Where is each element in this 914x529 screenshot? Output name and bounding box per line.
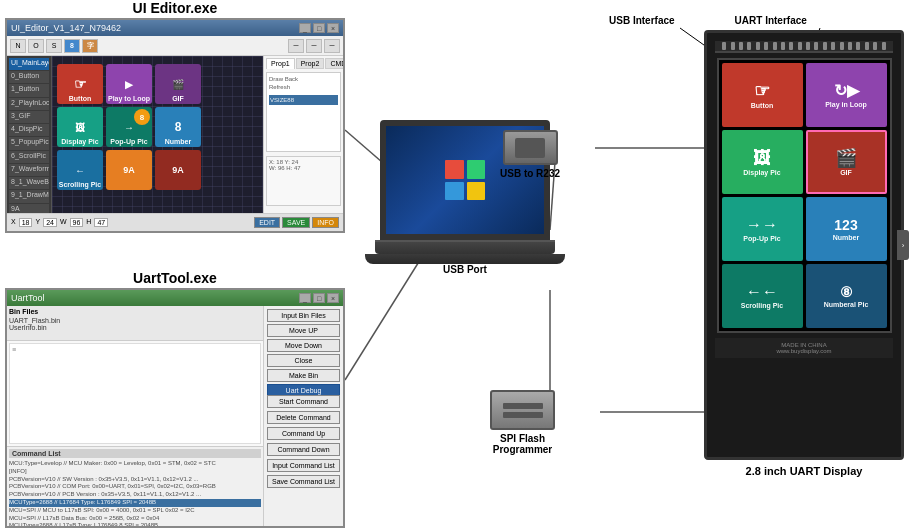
layer-3-gif[interactable]: 3_GIF — [9, 111, 49, 123]
minimize-btn[interactable]: _ — [299, 23, 311, 33]
spi-flash-device — [490, 390, 555, 430]
pin-11 — [806, 42, 810, 50]
save-btn[interactable]: SAVE — [282, 217, 310, 228]
btn-save-cmd-list[interactable]: Save Command List — [267, 475, 340, 488]
scrollpic-icon: ←← — [746, 284, 778, 300]
editor-bottom-bar: X 18 Y 24 W 96 H 47 EDIT SAVE INFO — [7, 213, 343, 231]
pin-6 — [764, 42, 768, 50]
btn-make-bin[interactable]: Make Bin — [267, 369, 340, 382]
layer-0-button[interactable]: 0_Button — [9, 71, 49, 83]
layer-4-disp[interactable]: 4_DispPic — [9, 124, 49, 136]
pin-10 — [798, 42, 802, 50]
toolbar-r1[interactable]: ─ — [288, 39, 304, 53]
close-btn[interactable]: × — [327, 23, 339, 33]
pin-18 — [865, 42, 869, 50]
cmd-line-7: MCUType=2688 // L17sB Type: L176849.8 SP… — [9, 522, 261, 526]
editor-toolbar: N O S 8 字 ─ ─ ─ — [7, 36, 343, 56]
win-quad-green — [467, 160, 486, 179]
pin-14 — [831, 42, 835, 50]
toolbar-r3[interactable]: ─ — [324, 39, 340, 53]
toolbar-r2[interactable]: ─ — [306, 39, 322, 53]
canvas-tile-number[interactable]: 8 Number — [155, 107, 201, 147]
toolbar-new[interactable]: N — [10, 39, 26, 53]
btn-cmd-down[interactable]: Command Down — [267, 443, 340, 456]
canvas-tile-9a1[interactable]: 9A — [106, 150, 152, 190]
display-screen: ☞ Button ↻▶ Play in Loop 🖼 Display Pic 🎬… — [717, 58, 892, 333]
coord-x-val[interactable]: 18 — [19, 218, 33, 227]
uart-file-1[interactable]: UART_Flash.bin — [9, 317, 261, 324]
layer-8-waveb[interactable]: 8_1_WaveB — [9, 177, 49, 189]
btn-cmd-up[interactable]: Command Up — [267, 427, 340, 440]
cmd-line-6: MCU=SPI // L17sB Data Bus: 0x00 = 256B, … — [9, 515, 261, 523]
uart-tool-title: UartTool.exe — [5, 270, 345, 286]
display-connector-top — [715, 41, 893, 53]
disp-tile-button[interactable]: ☞ Button — [722, 63, 803, 127]
canvas-tile-button[interactable]: ☞ Button — [57, 64, 103, 104]
canvas-tile-gif[interactable]: 🎬 GIF — [155, 64, 201, 104]
uart-maximize-btn[interactable]: □ — [313, 293, 325, 303]
toolbar-char[interactable]: 字 — [82, 39, 98, 53]
cmd-line-4-highlight[interactable]: MCUType=2688 // L17684 Type: L176849 SPI… — [9, 499, 261, 507]
bottom-coords: X 18 Y 24 W 96 H 47 — [11, 218, 108, 227]
win-quad-red — [445, 160, 464, 179]
layer-2-play[interactable]: 2_PlayInLoop — [9, 98, 49, 110]
playloop-icon: ↻▶ — [834, 83, 859, 99]
tab-properties1[interactable]: Prop1 — [266, 58, 295, 69]
btn-move-down[interactable]: Move Down — [267, 339, 340, 352]
disp-tile-gif[interactable]: 🎬 GIF — [806, 130, 887, 194]
disp-tile-disppic[interactable]: 🖼 Display Pic — [722, 130, 803, 194]
pin-7 — [773, 42, 777, 50]
layer-5-popup[interactable]: 5_PopupPic — [9, 137, 49, 149]
layer-9-draw[interactable]: 9_1_DrawMask — [9, 190, 49, 202]
canvas-tile-playloop[interactable]: ▶ Play to Loop — [106, 64, 152, 104]
spi-flash-label2: Programmer — [490, 444, 555, 455]
btn-close[interactable]: Close — [267, 354, 340, 367]
layer-mainlayer[interactable]: UI_MainLayer — [9, 58, 49, 70]
btn-delete-cmd[interactable]: Delete Command — [267, 411, 340, 424]
uart-window: UartTool _ □ × Bin Files UART_Flash.bin … — [5, 288, 345, 528]
disp-tile-numeralpic[interactable]: ⑧ Numberal Pic — [806, 264, 887, 328]
toolbar-save[interactable]: S — [46, 39, 62, 53]
tab-command[interactable]: CMD — [325, 58, 343, 69]
toolbar-open[interactable]: O — [28, 39, 44, 53]
ui-editor-titlebar: UI_Editor_V1_147_N79462 _ □ × — [7, 20, 343, 36]
btn-input-cmd-list[interactable]: Input Command List — [267, 459, 340, 472]
uart-file-2[interactable]: UserInfo.bin — [9, 324, 261, 331]
layer-6-scroll[interactable]: 6_ScrollPic — [9, 151, 49, 163]
website-label: www.buydisplay.com — [719, 348, 889, 354]
disp-tile-number[interactable]: 123 Number — [806, 197, 887, 261]
canvas-tile-9a2[interactable]: 9A — [155, 150, 201, 190]
coord-h-val[interactable]: 47 — [94, 218, 108, 227]
uart-close-btn[interactable]: × — [327, 293, 339, 303]
number-label: Number — [833, 234, 859, 241]
coord-w-val[interactable]: 96 — [70, 218, 84, 227]
info-btn[interactable]: INFO — [312, 217, 339, 228]
display-right-arrow[interactable]: › — [897, 230, 909, 260]
btn-start-cmd[interactable]: Start Command — [267, 395, 340, 408]
uart-minimize-btn[interactable]: _ — [299, 293, 311, 303]
canvas-tile-scrollpic[interactable]: ← Scrolling Pic — [57, 150, 103, 190]
maximize-btn[interactable]: □ — [313, 23, 325, 33]
titlebar-text: UI_Editor_V1_147_N79462 — [11, 23, 299, 33]
canvas-tile-popuppic[interactable]: → Pop-Up Pic 8 — [106, 107, 152, 147]
cmd-line-0: MCU:Type=Levelop // MCU Maker: 0x00 = Le… — [9, 460, 261, 468]
pin-9 — [789, 42, 793, 50]
layer-1-button[interactable]: 1_Button — [9, 84, 49, 96]
tab-properties2[interactable]: Prop2 — [296, 58, 325, 69]
disp-tile-popup[interactable]: →→ Pop-Up Pic — [722, 197, 803, 261]
editor-canvas[interactable]: ☞ Button ▶ Play to Loop 🎬 GIF — [52, 56, 263, 231]
toolbar-8[interactable]: 8 — [64, 39, 80, 53]
edit-btn[interactable]: EDIT — [254, 217, 280, 228]
right-panel-content: Draw Back Refresh VSIZE88 — [266, 72, 341, 152]
disp-tile-scrollpic[interactable]: ←← Scrolling Pic — [722, 264, 803, 328]
disp-tile-playloop[interactable]: ↻▶ Play in Loop — [806, 63, 887, 127]
cmd-header: Command List — [9, 449, 261, 458]
canvas-tile-disppic[interactable]: 🖼 Display Pic — [57, 107, 103, 147]
usb-r232-device — [503, 130, 558, 165]
coord-x-label: X — [11, 218, 16, 227]
layer-7-wave[interactable]: 7_Waveform — [9, 164, 49, 176]
btn-input-bin[interactable]: Input Bin Files — [267, 309, 340, 322]
btn-move-up[interactable]: Move UP — [267, 324, 340, 337]
coord-y-val[interactable]: 24 — [43, 218, 57, 227]
cmd-line-info: [INFO] — [9, 468, 261, 476]
